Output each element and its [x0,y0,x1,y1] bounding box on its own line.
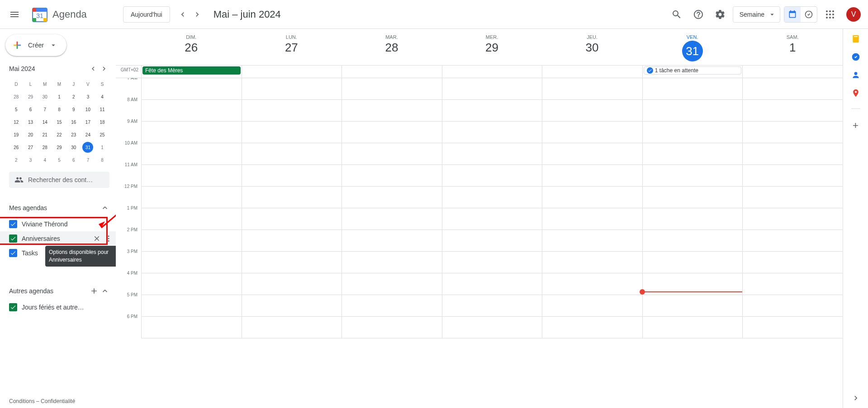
time-cell[interactable] [242,295,342,317]
time-cell[interactable] [642,252,743,273]
time-cell[interactable] [141,187,242,208]
hide-side-panel-button[interactable] [851,394,860,403]
calendar-options-button[interactable] [103,233,114,244]
mini-cal-day[interactable]: 15 [52,116,66,128]
tasks-view-toggle[interactable] [801,7,817,22]
day-header[interactable]: MER.29 [442,34,542,65]
time-cell[interactable] [642,122,743,143]
mini-cal-day[interactable]: 21 [38,128,52,141]
time-cell[interactable] [342,165,442,187]
mini-cal-day[interactable]: 2 [9,154,24,166]
mini-cal-day[interactable]: 9 [66,103,81,116]
time-cell[interactable] [141,122,242,143]
time-cell[interactable] [141,143,242,165]
time-cell[interactable] [742,187,843,208]
mini-cal-day[interactable]: 18 [95,116,109,128]
day-header[interactable]: LUN.27 [242,34,342,65]
time-cell[interactable] [242,143,342,165]
mini-cal-day[interactable]: 7 [38,103,52,116]
time-cell[interactable] [442,252,542,273]
time-cell[interactable] [442,273,542,295]
mini-cal-day[interactable]: 14 [38,116,52,128]
mini-cal-day[interactable]: 30 [38,90,52,103]
mini-cal-day[interactable]: 8 [52,103,66,116]
calendar-list-item[interactable]: Anniversaires [0,231,116,246]
time-cell[interactable] [642,100,743,122]
main-menu-button[interactable] [4,4,25,25]
time-cell[interactable] [342,122,442,143]
search-button[interactable] [668,5,686,23]
pending-task-chip[interactable]: 1 tâche en attente [644,66,742,75]
mini-cal-day[interactable]: 4 [38,154,52,166]
time-cell[interactable] [342,208,442,230]
time-cell[interactable] [242,187,342,208]
time-cell[interactable] [642,317,743,338]
time-cell[interactable] [742,230,843,252]
mini-cal-day[interactable]: 13 [24,116,38,128]
time-cell[interactable] [442,230,542,252]
calendar-list-item[interactable]: Viviane Thérond [9,217,109,231]
mini-cal-day[interactable]: 7 [81,154,95,166]
time-cell[interactable] [542,317,642,338]
mini-cal-day[interactable]: 31 [81,141,95,154]
time-cell[interactable] [542,273,642,295]
time-cell[interactable] [242,230,342,252]
calendar-checkbox[interactable] [9,234,17,243]
keep-icon[interactable] [851,34,860,43]
search-contacts-input[interactable]: Rechercher des cont… [9,172,109,188]
time-cell[interactable] [141,295,242,317]
google-apps-button[interactable] [821,5,839,23]
logo[interactable]: 31 Agenda [27,5,90,23]
other-calendars-toggle[interactable]: Autres agendas [9,284,109,298]
mini-cal-next[interactable] [99,63,109,74]
time-cell[interactable] [742,143,843,165]
time-grid[interactable]: 7 AM8 AM9 AM10 AM11 AM12 PM1 PM2 PM3 PM4… [116,78,843,408]
time-cell[interactable] [242,100,342,122]
time-cell[interactable] [141,165,242,187]
time-cell[interactable] [442,187,542,208]
time-cell[interactable] [642,208,743,230]
time-cell[interactable] [742,165,843,187]
mini-cal-day[interactable]: 1 [95,141,109,154]
mini-cal-day[interactable]: 28 [38,141,52,154]
time-cell[interactable] [141,230,242,252]
mini-cal-day[interactable]: 6 [66,154,81,166]
mini-cal-day[interactable]: 5 [52,154,66,166]
mini-cal-prev[interactable] [88,63,99,74]
time-cell[interactable] [342,78,442,100]
mini-cal-day[interactable]: 29 [24,90,38,103]
time-cell[interactable] [742,252,843,273]
time-cell[interactable] [342,230,442,252]
time-cell[interactable] [141,208,242,230]
allday-event[interactable]: Fête des Mères [142,66,241,75]
time-cell[interactable] [141,78,242,100]
mini-cal-day[interactable]: 19 [9,128,24,141]
time-cell[interactable] [542,208,642,230]
settings-button[interactable] [711,5,729,23]
time-cell[interactable] [542,187,642,208]
mini-cal-day[interactable]: 22 [52,128,66,141]
time-cell[interactable] [642,187,743,208]
time-cell[interactable] [141,273,242,295]
plus-icon[interactable] [90,286,99,295]
mini-cal-day[interactable]: 6 [24,103,38,116]
mini-cal-day[interactable]: 5 [9,103,24,116]
view-selector[interactable]: Semaine [733,6,780,23]
time-cell[interactable] [442,295,542,317]
time-cell[interactable] [742,273,843,295]
day-header[interactable]: SAM.1 [742,34,843,65]
time-cell[interactable] [141,317,242,338]
time-cell[interactable] [742,100,843,122]
mini-cal-day[interactable]: 25 [95,128,109,141]
mini-cal-day[interactable]: 4 [95,90,109,103]
mini-cal-day[interactable]: 2 [66,90,81,103]
day-header[interactable]: MAR.28 [342,34,442,65]
time-cell[interactable] [242,208,342,230]
time-cell[interactable] [642,78,743,100]
mini-cal-day[interactable]: 16 [66,116,81,128]
time-cell[interactable] [642,295,743,317]
time-cell[interactable] [542,78,642,100]
next-period-button[interactable] [190,7,204,22]
calendar-list-item[interactable]: Jours fériés et autres fête… [9,300,109,314]
time-cell[interactable] [342,100,442,122]
